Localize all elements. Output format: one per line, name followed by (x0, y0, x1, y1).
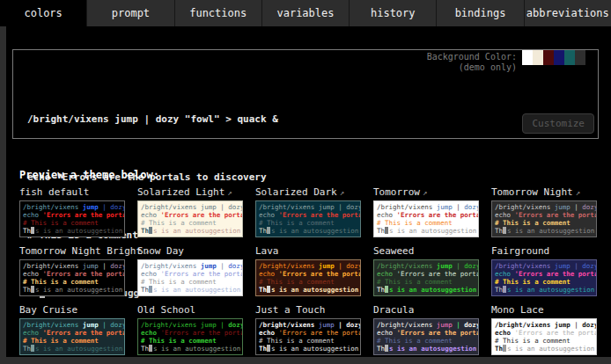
tab-functions[interactable]: functions (175, 0, 262, 26)
theme-card[interactable]: /bright/vixens jump | dozy "echo 'Errors… (19, 259, 125, 296)
tab-variables[interactable]: variables (262, 0, 350, 26)
background-color-label: Background Color: (demo only) (427, 52, 517, 73)
theme-title[interactable]: Solarized Light↗ (137, 186, 252, 198)
preview-line-2: echo 'Errors are the portals (141, 329, 239, 337)
preview-line-2: echo 'Errors are the portals (377, 270, 475, 278)
preview-cursor (149, 286, 152, 293)
background-swatch-4[interactable] (564, 50, 575, 65)
theme-card[interactable]: /bright/vixens jump | dozy "echo 'Errors… (137, 318, 243, 355)
tab-prompt[interactable]: prompt (87, 0, 174, 26)
terminal-line-command: /bright/vixens jump | dozy "fowl" > quac… (27, 110, 278, 129)
theme-title[interactable]: Tomorrow Night Bright↗ (19, 245, 134, 257)
preview-cursor (149, 227, 152, 234)
background-swatch-3[interactable] (554, 50, 564, 65)
background-color-label-line1: Background Color: (427, 52, 517, 62)
preview-cursor (503, 345, 506, 352)
colors-tab-content: Background Color: (demo only) /bright/vi… (6, 26, 611, 357)
preview-line-1: /bright/vixens jump | dozy " (377, 262, 475, 270)
preview-line-2: echo 'Errors are the portals (259, 211, 357, 219)
preview-line-2: echo 'Errors are the portals (23, 329, 121, 337)
external-link-icon[interactable]: ↗ (227, 188, 232, 197)
theme-title[interactable]: Seaweed (373, 245, 488, 257)
preview-line-3: # This is a comment (495, 278, 593, 286)
preview-cursor (31, 227, 34, 234)
theme-title[interactable]: Mono Lace (491, 304, 606, 316)
preview-line-3: # This is a comment (259, 219, 357, 227)
theme-cell: Seaweed/bright/vixens jump | dozy "echo … (370, 244, 488, 296)
theme-title[interactable]: Old School (137, 304, 252, 316)
theme-name: fish default (19, 186, 89, 198)
theme-card[interactable]: /bright/vixens jump | dozy "echo 'Errors… (19, 318, 125, 355)
theme-cell: Tomorrow↗/bright/vixens jump | dozy "ech… (370, 186, 488, 237)
theme-card[interactable]: /bright/vixens jump | dozy "echo 'Errors… (255, 259, 361, 296)
theme-title[interactable]: Just a Touch (255, 304, 370, 316)
preview-line-4: Ths is an autosuggestion (495, 345, 593, 353)
preview-line-1: /bright/vixens jump | dozy " (141, 262, 239, 270)
background-swatch-5[interactable] (575, 50, 585, 65)
preview-line-4: Ths is an autosuggestion (259, 345, 357, 353)
background-swatch-0[interactable] (522, 50, 533, 65)
theme-cell: Lava/bright/vixens jump | dozy "echo 'Er… (252, 244, 370, 296)
theme-card[interactable]: /bright/vixens jump | dozy "echo 'Errors… (491, 200, 597, 237)
theme-card[interactable]: /bright/vixens jump | dozy "echo 'Errors… (137, 259, 243, 296)
preview-line-2: echo 'Errors are the portals (495, 211, 593, 219)
preview-line-3: # This is a comment (23, 278, 121, 286)
tab-history[interactable]: history (350, 0, 437, 26)
theme-card[interactable]: /bright/vixens jump | dozy "echo 'Errors… (373, 259, 479, 296)
preview-line-4: Ths is an autosuggestion (377, 227, 475, 235)
theme-card[interactable]: /bright/vixens jump | dozy "echo 'Errors… (255, 318, 361, 355)
external-link-icon[interactable]: ↗ (340, 188, 344, 197)
theme-card[interactable]: /bright/vixens jump | dozy "echo 'Errors… (137, 200, 243, 237)
theme-cell: Solarized Dark↗/bright/vixens jump | doz… (252, 186, 370, 237)
preview-line-4: Ths is an autosuggestion (495, 286, 593, 294)
theme-card[interactable]: /bright/vixens jump | dozy "echo 'Errors… (491, 259, 597, 296)
tab-colors[interactable]: colors (0, 0, 87, 26)
theme-cell: fish default/bright/vixens jump | dozy "… (16, 186, 134, 237)
background-swatch-6[interactable] (585, 50, 596, 65)
preview-cursor (31, 345, 34, 352)
theme-cell: Bay Cruise/bright/vixens jump | dozy "ec… (16, 303, 134, 355)
preview-line-1: /bright/vixens jump | dozy " (495, 203, 593, 211)
preview-line-2: echo 'Errors are the portals (495, 329, 593, 337)
external-link-icon[interactable]: ↗ (423, 188, 427, 197)
background-color-label-line2: (demo only) (427, 62, 517, 73)
preview-cursor (267, 227, 270, 234)
tab-abbreviations[interactable]: abbreviations (525, 0, 611, 26)
theme-title[interactable]: Tomorrow↗ (373, 186, 488, 198)
customize-button[interactable]: Customize (522, 113, 594, 134)
preview-line-3: # This is a comment (23, 337, 121, 345)
theme-title[interactable]: fish default (19, 186, 134, 198)
theme-title[interactable]: Bay Cruise (19, 304, 134, 316)
preview-line-4: Ths is an autosuggestion (377, 345, 475, 353)
preview-line-4: Ths is an autosuggestion (23, 345, 121, 353)
background-swatch-2[interactable] (543, 50, 554, 65)
theme-title[interactable]: Solarized Dark↗ (255, 186, 370, 198)
theme-title[interactable]: Fairground (491, 245, 606, 257)
theme-name: Seaweed (373, 245, 414, 257)
theme-title[interactable]: Tomorrow Night↗ (491, 186, 606, 198)
tab-bindings[interactable]: bindings (437, 0, 524, 26)
preview-line-3: # This is a comment (141, 337, 239, 345)
theme-card[interactable]: /bright/vixens jump | dozy "echo 'Errors… (373, 318, 479, 355)
theme-title[interactable]: Lava (255, 245, 370, 257)
theme-name: Solarized Light (137, 186, 225, 198)
preview-line-4: Ths is an autosuggestion (259, 286, 357, 294)
theme-cell: Dracula/bright/vixens jump | dozy "echo … (370, 303, 488, 355)
preview-line-4: Ths is an autosuggestion (141, 286, 239, 294)
preview-line-2: echo 'Errors are the portals (23, 211, 121, 219)
theme-title[interactable]: Snow Day (137, 245, 252, 257)
preview-line-4: Ths is an autosuggestion (141, 345, 239, 353)
theme-card[interactable]: /bright/vixens jump | dozy "echo 'Errors… (255, 200, 361, 237)
theme-card[interactable]: /bright/vixens jump | dozy "echo 'Errors… (373, 200, 479, 237)
preview-line-2: echo 'Errors are the portals (141, 270, 239, 278)
theme-title[interactable]: Dracula (373, 304, 488, 316)
preview-heading: Preview a theme below: (19, 169, 159, 181)
external-link-icon[interactable]: ↗ (576, 188, 580, 197)
theme-card[interactable]: /bright/vixens jump | dozy "echo 'Errors… (491, 318, 597, 355)
preview-cursor (149, 345, 152, 352)
preview-cursor (385, 286, 388, 293)
background-swatch-1[interactable] (533, 50, 543, 65)
preview-line-1: /bright/vixens jump | dozy " (495, 321, 593, 329)
theme-card[interactable]: /bright/vixens jump | dozy "echo 'Errors… (19, 200, 125, 237)
preview-line-3: # This is a comment (377, 219, 475, 227)
